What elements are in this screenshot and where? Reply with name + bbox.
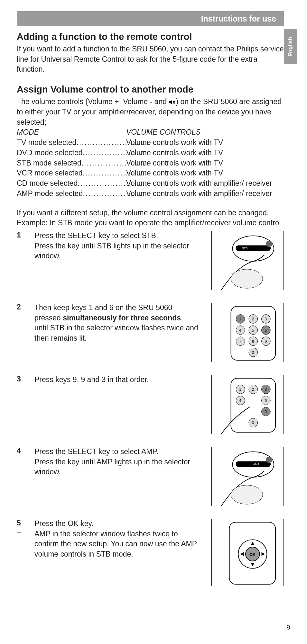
svg-text:2: 2: [252, 387, 254, 392]
svg-text:9: 9: [265, 410, 267, 414]
svg-text:2: 2: [252, 317, 254, 321]
controls-col-header: VOLUME CONTROLS: [126, 127, 200, 138]
mode-row: CD mode selected........................…: [17, 178, 284, 189]
step-number: 4: [17, 447, 34, 511]
step-text: Press the SELECT key to select STB. Pres…: [34, 231, 199, 295]
step-number: 1: [17, 231, 34, 295]
svg-text:1: 1: [239, 317, 241, 321]
page-content: Adding a function to the remote control …: [17, 31, 284, 594]
steps-list: 1 Press the SELECT key to select STB. Pr…: [17, 231, 284, 586]
step-text: Press the SELECT key to select AMP. Pres…: [34, 447, 199, 511]
header-bar: Instructions for use: [17, 11, 284, 26]
step-number: 3: [17, 375, 34, 439]
step-number: 2: [17, 303, 34, 367]
svg-text:1: 1: [239, 387, 241, 392]
svg-text:3: 3: [265, 317, 267, 321]
step-2: 2 Then keep keys 1 and 6 on the SRU 5060…: [17, 303, 284, 367]
step-text: Press keys 9, 9 and 3 in that order.: [34, 375, 199, 439]
step-text: Then keep keys 1 and 6 on the SRU 5060 p…: [34, 303, 199, 367]
svg-text:0: 0: [252, 421, 254, 425]
language-tab: English: [284, 29, 297, 64]
section2-trailer: If you want a different setup, the volum…: [17, 208, 284, 228]
illustration-remote-select-stb: STB: [211, 231, 284, 290]
svg-point-6: [231, 269, 263, 288]
svg-text:4: 4: [239, 328, 241, 333]
step-3: 3 Press keys 9, 9 and 3 in that order. 1…: [17, 375, 284, 439]
svg-point-5: [266, 241, 272, 247]
step-4: 4 Press the SELECT key to select AMP. Pr…: [17, 447, 284, 511]
svg-rect-3: [236, 246, 271, 251]
page-number: 9: [286, 623, 290, 631]
mute-icon: [169, 99, 176, 105]
mode-table-header: MODE VOLUME CONTROLS: [17, 127, 284, 138]
svg-text:5: 5: [252, 328, 254, 333]
illustration-remote-ok-key: OK: [211, 519, 284, 586]
illustration-remote-select-amp: AMP: [211, 447, 284, 506]
svg-point-47: [231, 485, 263, 504]
svg-text:3: 3: [265, 387, 267, 392]
section2-heading: Assign Volume control to another mode: [17, 84, 284, 95]
svg-text:STB: STB: [242, 247, 247, 250]
svg-text:6: 6: [265, 398, 267, 403]
svg-text:0: 0: [252, 350, 254, 355]
section1-body: If you want to add a function to the SRU…: [17, 44, 284, 75]
mode-row: DVD mode selected......................V…: [17, 148, 284, 158]
svg-text:8: 8: [252, 339, 254, 344]
svg-text:OK: OK: [249, 552, 256, 557]
svg-text:6: 6: [265, 328, 267, 333]
svg-text:7: 7: [239, 339, 241, 344]
step-5: 5 – Press the OK key. AMP in the selecto…: [17, 519, 284, 586]
svg-text:AMP: AMP: [253, 463, 259, 466]
step-number: 5 –: [17, 519, 34, 586]
language-label: English: [287, 37, 294, 56]
illustration-remote-keys-993: 1234690: [211, 375, 284, 434]
mode-row: VCR mode selected.......................…: [17, 168, 284, 178]
section1-heading: Adding a function to the remote control: [17, 31, 284, 42]
svg-text:9: 9: [265, 339, 267, 344]
illustration-remote-keys-1-6: 1234567890: [211, 303, 284, 362]
section2-intro: The volume controls (Volume +, Volume - …: [17, 97, 284, 127]
step-text: Press the OK key. AMP in the selector wi…: [34, 519, 199, 586]
mode-col-header: MODE: [17, 127, 126, 138]
mode-row: TV mode selected........................…: [17, 138, 284, 148]
svg-text:4: 4: [239, 398, 241, 403]
svg-point-46: [266, 457, 272, 463]
mode-row: STB mode selected.......................…: [17, 158, 284, 168]
header-title: Instructions for use: [201, 14, 276, 23]
step-1: 1 Press the SELECT key to select STB. Pr…: [17, 231, 284, 295]
mode-row: AMP mode selected.......................…: [17, 189, 284, 199]
